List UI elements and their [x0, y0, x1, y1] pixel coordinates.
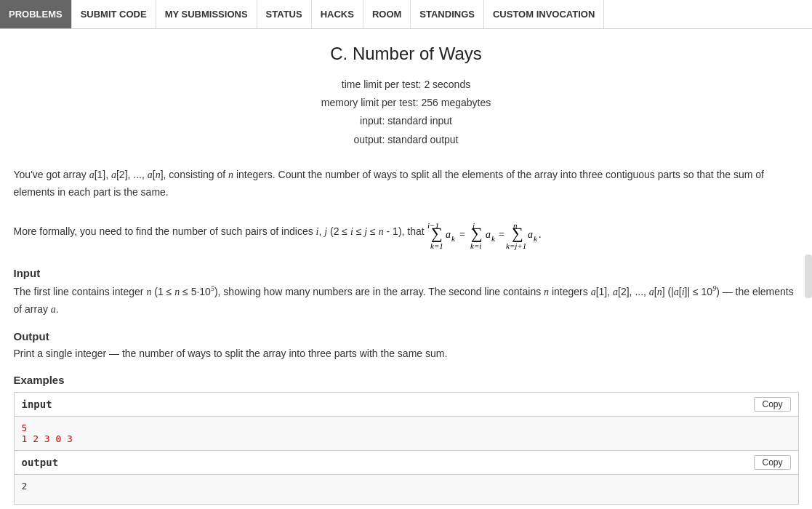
formula-svg: i−1 ∑ k=1 a k = j ∑ k=i a k = n ∑ k=j+1 … — [427, 212, 660, 252]
problem-description-1: You've got array a[1], a[2], ..., a[n], … — [14, 167, 799, 201]
nav-hacks[interactable]: HACKS — [312, 0, 363, 28]
example-output-content: 2 — [15, 475, 798, 504]
output-type: output: standard output — [14, 131, 799, 149]
input-section-title: Input — [14, 267, 799, 279]
example-input-header: input Copy — [15, 393, 798, 417]
input-type: input: standard input — [14, 112, 799, 130]
svg-text:a: a — [528, 229, 533, 240]
navigation: PROBLEMS SUBMIT CODE MY SUBMISSIONS STAT… — [0, 0, 812, 29]
svg-text:a: a — [486, 229, 491, 240]
main-content: C. Number of Ways time limit per test: 2… — [7, 29, 806, 509]
example-output-label: output — [22, 457, 59, 468]
problem-description-2: More formally, you need to find the numb… — [14, 212, 799, 252]
svg-text:k: k — [534, 234, 538, 243]
svg-text:a: a — [446, 229, 451, 240]
copy-input-button[interactable]: Copy — [754, 397, 790, 412]
svg-text:=: = — [459, 229, 465, 240]
example-input-content: 5 1 2 3 0 3 — [15, 417, 798, 450]
example-input-block: input Copy 5 1 2 3 0 3 — [14, 392, 799, 451]
copy-output-button[interactable]: Copy — [754, 455, 790, 470]
problem-title: C. Number of Ways — [14, 44, 799, 64]
nav-room[interactable]: ROOM — [363, 0, 411, 28]
svg-text:k: k — [451, 234, 456, 243]
output-section-title: Output — [14, 330, 799, 342]
examples-section: Examples input Copy 5 1 2 3 0 3 output C… — [14, 374, 799, 505]
example-input-label: input — [22, 398, 52, 410]
nav-custom-invocation[interactable]: CUSTOM INVOCATION — [484, 0, 604, 28]
scrollbar[interactable] — [805, 254, 812, 298]
input-section-text: The first line contains integer n (1 ≤ n… — [14, 282, 799, 318]
svg-text:∑: ∑ — [512, 224, 523, 242]
example-input-line-1: 5 — [22, 422, 791, 433]
svg-text:=: = — [499, 229, 505, 240]
svg-text:∑: ∑ — [431, 224, 443, 242]
time-limit: time limit per test: 2 seconds — [14, 76, 799, 94]
memory-limit: memory limit per test: 256 megabytes — [14, 94, 799, 112]
problem-meta: time limit per test: 2 seconds memory li… — [14, 76, 799, 149]
svg-text:k=i: k=i — [470, 241, 481, 250]
input-section: Input The first line contains integer n … — [14, 267, 799, 318]
svg-text:k=j+1: k=j+1 — [506, 241, 526, 250]
examples-title: Examples — [14, 374, 799, 386]
example-input-line-2: 1 2 3 0 3 — [22, 433, 791, 444]
svg-text:.: . — [539, 229, 542, 240]
svg-text:k=1: k=1 — [430, 241, 443, 250]
nav-standings[interactable]: STANDINGS — [411, 0, 484, 28]
nav-status[interactable]: STATUS — [257, 0, 312, 28]
nav-submit-code[interactable]: SUBMIT CODE — [72, 0, 156, 28]
svg-text:k: k — [491, 234, 496, 243]
svg-text:∑: ∑ — [471, 224, 483, 242]
example-output-block: output Copy 2 — [14, 451, 799, 505]
example-output-line-1: 2 — [22, 481, 791, 492]
nav-problems[interactable]: PROBLEMS — [0, 0, 72, 28]
output-section: Output Print a single integer — the numb… — [14, 330, 799, 363]
example-output-header: output Copy — [15, 451, 798, 475]
nav-my-submissions[interactable]: MY SUBMISSIONS — [156, 0, 257, 28]
output-section-text: Print a single integer — the number of w… — [14, 345, 799, 363]
